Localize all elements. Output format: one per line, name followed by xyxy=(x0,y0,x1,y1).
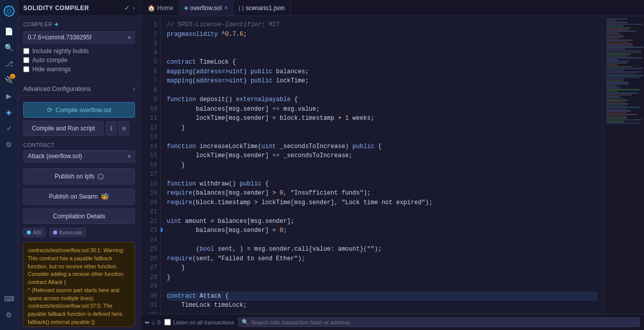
settings-icon[interactable]: ⚙ xyxy=(2,137,16,152)
advanced-config-row[interactable]: Advanced Configurations › xyxy=(18,82,140,96)
sol-icon: ◈ xyxy=(184,5,188,11)
debug-icon[interactable]: ⬅ xyxy=(145,319,150,326)
info-icon[interactable]: ℹ xyxy=(106,121,117,135)
listen-row: Listen on all transactions xyxy=(164,319,234,325)
plugin-icon[interactable]: 🔌1 xyxy=(2,73,16,87)
logo-icon: ⬡ xyxy=(2,4,16,18)
auto-compile-label: Auto compile xyxy=(32,57,67,64)
contract-label: CONTRACT xyxy=(18,140,140,150)
sidebar-header-icons: ✓ › xyxy=(124,4,135,12)
config-icon[interactable]: ⚙ xyxy=(2,308,16,322)
testing-icon[interactable]: ✓ xyxy=(2,121,16,135)
check-icon[interactable]: ✓ xyxy=(124,4,130,12)
close-tab-icon[interactable]: ✕ xyxy=(224,5,228,11)
compiler-section: COMPILER + 0.7.6+commit.7338295f Include… xyxy=(18,16,140,79)
swarm-icon: 🐝 xyxy=(101,193,109,201)
contract-select[interactable]: Attack (overflow.sol) xyxy=(23,150,135,162)
tabs-bar: 🏠 Home ◈ overflow.sol ✕ { } scenario1.js… xyxy=(141,0,644,16)
publish-ipfs-button[interactable]: Publish on Ipfs ⬡ xyxy=(23,168,135,184)
abi-bytecode-row: ABI Bytecode xyxy=(18,226,140,239)
sidebar-header: SOLIDITY COMPILER ✓ › xyxy=(18,0,140,16)
home-icon: 🏠 xyxy=(148,5,155,12)
tx-count: 0 xyxy=(157,319,160,325)
home-bottom-icon[interactable]: ⌂ xyxy=(152,319,155,326)
chevron-right-icon[interactable]: › xyxy=(133,4,135,12)
git-icon[interactable]: ⎇ xyxy=(2,57,16,71)
compiler-version-wrapper: 0.7.6+commit.7338295f xyxy=(23,31,135,43)
files-icon[interactable]: 📄 xyxy=(2,24,16,38)
compile-button[interactable]: ⟳ Compile overflow.sol xyxy=(23,102,135,118)
include-nightly-row: Include nightly builds xyxy=(23,48,135,55)
compiler-version-select[interactable]: 0.7.6+commit.7338295f xyxy=(23,31,135,43)
search-bar-icon: 🔍 xyxy=(242,319,249,325)
compile-run-button[interactable]: Compile and Run script xyxy=(23,121,104,136)
auto-compile-checkbox[interactable] xyxy=(23,57,29,63)
search-icon[interactable]: 🔍 xyxy=(2,40,16,55)
overflow-tab-label: overflow.sol xyxy=(190,5,222,12)
add-compiler-button[interactable]: + xyxy=(54,20,58,28)
sidebar: SOLIDITY COMPILER ✓ › COMPILER + 0.7.6+c… xyxy=(18,0,141,330)
refresh-icon: ⟳ xyxy=(47,106,53,114)
bytecode-icon xyxy=(53,230,57,234)
terminal-icon[interactable]: ⌨ xyxy=(2,292,16,306)
bottom-bar: ⬅ ⌂ 0 Listen on all transactions 🔍 xyxy=(141,314,644,330)
icon-bar: ⬡ 📄 🔍 ⎇ 🔌1 ▶ ◈ ✓ ⚙ ⌨ ⚙ xyxy=(0,0,18,330)
abi-icon xyxy=(27,230,31,234)
home-tab-label: Home xyxy=(157,5,173,12)
hide-warnings-row: Hide warnings xyxy=(23,66,135,73)
tab-overflow-sol[interactable]: ◈ overflow.sol ✕ xyxy=(179,0,234,16)
line-numbers: 1234567891011121314151617181920212223242… xyxy=(141,16,161,314)
contract-select-wrapper: Attack (overflow.sol) xyxy=(23,150,135,162)
bottom-bar-icons: ⬅ ⌂ 0 xyxy=(145,319,160,326)
search-bar: 🔍 xyxy=(238,317,640,327)
hide-warnings-label: Hide warnings xyxy=(32,66,71,73)
compiler-label: COMPILER + xyxy=(23,20,135,28)
deploy-icon[interactable]: ▶ xyxy=(2,89,16,103)
solidity-icon[interactable]: ◈ xyxy=(2,105,16,119)
publish-swarm-button[interactable]: Publish on Swarm 🐝 xyxy=(23,188,135,205)
compilation-details-button[interactable]: Compilation Details xyxy=(23,209,135,224)
json-icon: { } xyxy=(239,5,244,11)
minimap xyxy=(604,16,644,314)
code-content[interactable]: // SPDX-License-Identifier: MITpragma so… xyxy=(161,16,604,314)
hide-warnings-checkbox[interactable] xyxy=(23,66,29,72)
abi-button[interactable]: ABI xyxy=(23,228,45,237)
include-nightly-checkbox[interactable] xyxy=(23,48,29,54)
bytecode-button[interactable]: Bytecode xyxy=(50,228,86,237)
main-area: 🏠 Home ◈ overflow.sol ✕ { } scenario1.js… xyxy=(141,0,644,330)
listen-checkbox[interactable] xyxy=(164,319,171,325)
compile-run-row: Compile and Run script ℹ ⊕ xyxy=(18,121,135,136)
ipfs-icon: ⬡ xyxy=(98,172,104,180)
tab-home[interactable]: 🏠 Home xyxy=(143,3,179,14)
chevron-right-icon: › xyxy=(133,85,135,92)
auto-compile-row: Auto compile xyxy=(23,57,135,64)
svg-text:⬡: ⬡ xyxy=(7,8,12,14)
sidebar-title: SOLIDITY COMPILER xyxy=(23,5,89,12)
tab-scenario-json[interactable]: { } scenario1.json xyxy=(234,0,291,16)
include-nightly-label: Include nightly builds xyxy=(32,48,88,55)
listen-label: Listen on all transactions xyxy=(173,319,234,325)
scenario-tab-label: scenario1.json xyxy=(246,5,285,12)
warning-box: contracts/test/overflow.sol:30:1: Warnin… xyxy=(23,242,135,327)
search-input[interactable] xyxy=(251,319,636,325)
compile-run-icons: ℹ ⊕ xyxy=(106,121,129,135)
copy-icon[interactable]: ⊕ xyxy=(118,121,129,135)
code-area: 1234567891011121314151617181920212223242… xyxy=(141,16,644,314)
warning-text: contracts/test/overflow.sol:30:1: Warnin… xyxy=(28,247,126,327)
